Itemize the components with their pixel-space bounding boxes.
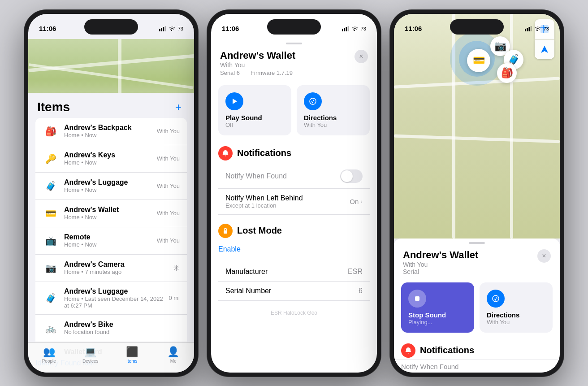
status-icons-3: 73	[525, 26, 549, 31]
devices-icon: 💻	[84, 346, 96, 358]
main-pin[interactable]: 💳	[467, 49, 490, 72]
list-item[interactable]: 🎒 Andrew's Backpack Home • Now With You	[35, 118, 187, 145]
tab-me-label: Me	[170, 359, 177, 364]
battery-icon-1: 73	[178, 26, 183, 31]
map-preview	[28, 39, 194, 93]
item-location: Home • Now	[64, 241, 157, 248]
svg-rect-15	[530, 26, 532, 31]
play-sound-icon	[225, 92, 243, 110]
notifications-list: Notify When Found Notify When Left Behin…	[218, 164, 370, 215]
item-info: Andrew's Keys Home • Now	[64, 151, 157, 166]
stop-sound-card[interactable]: Stop Sound Playing...	[401, 282, 474, 333]
tab-me[interactable]: 👤 Me	[153, 346, 195, 364]
firmware-meta: Firmware 1.7.19	[251, 69, 293, 76]
directions-card-3[interactable]: Directions With You	[480, 282, 553, 333]
directions-icon-wrap	[304, 92, 322, 110]
detail-sheet: Andrew's Wallet With You Serial 6 Firmwa…	[211, 39, 377, 373]
item-emoji-icon: 📺	[43, 234, 58, 248]
notify-found-header: Notify When Found	[225, 169, 363, 183]
item-icon: 📷	[43, 260, 59, 276]
directions-title-3: Directions	[487, 311, 545, 319]
play-sound-card[interactable]: Play Sound Off	[218, 85, 291, 135]
item-location: Home • Now	[64, 214, 157, 221]
location-arrow-icon	[540, 45, 549, 54]
item-location: Home • Now	[64, 186, 157, 193]
svg-marker-8	[233, 99, 237, 104]
lost-mode-title: Lost Mode	[237, 226, 282, 236]
items-header: Items +	[28, 93, 194, 118]
directions-card[interactable]: Directions With You	[297, 85, 370, 135]
pin-backpack[interactable]: 🎒	[497, 63, 517, 83]
item-info: Andrew's Luggage Home • Now	[64, 178, 157, 193]
signal-icon-3	[525, 26, 532, 31]
add-item-button[interactable]: +	[172, 100, 185, 114]
dynamic-island-3	[450, 19, 504, 35]
tab-bar-1: 👥 People 💻 Devices ⬛ Items 👤 Me	[28, 342, 194, 373]
manufacturer-value: ESR	[348, 268, 363, 276]
tab-devices[interactable]: 💻 Devices	[70, 346, 112, 364]
svg-rect-7	[347, 26, 349, 31]
play-icon	[230, 97, 238, 105]
item-icon: 🔑	[43, 151, 59, 167]
stop-icon	[413, 295, 421, 303]
items-list: 🎒 Andrew's Backpack Home • Now With You …	[35, 118, 187, 354]
list-item[interactable]: 🧳 Andrew's Luggage Home • Last seen Dece…	[35, 282, 187, 315]
item-name: Andrew's Luggage	[64, 287, 169, 295]
directions-icon-wrap-3	[487, 290, 505, 308]
tab-people[interactable]: 👥 People	[28, 346, 70, 364]
item-info: Andrew's Luggage Home • Last seen Decemb…	[64, 287, 169, 309]
list-item[interactable]: 📺 Remote Home • Now With You	[35, 227, 187, 255]
stop-sound-sub: Playing...	[408, 319, 467, 325]
action-cards: Play Sound Off Directions With You	[211, 82, 377, 143]
notify-when-left-row[interactable]: Notify When Left Behind Except at 1 loca…	[218, 189, 370, 215]
notify-left-header: Notify When Left Behind Except at 1 loca…	[225, 194, 363, 209]
map-full[interactable]: 💳 📷 🧳 🎒	[394, 14, 560, 239]
serial-number-value: 6	[359, 287, 363, 295]
svg-marker-18	[541, 46, 548, 53]
enable-lost-mode-link[interactable]: Enable	[211, 240, 377, 259]
item-location: No location found	[64, 329, 180, 335]
location-button[interactable]	[535, 39, 554, 59]
item-status: With You	[157, 155, 180, 162]
item-emoji-icon: 🧳	[43, 179, 58, 193]
dynamic-island-1	[84, 19, 138, 35]
notify-found-toggle[interactable]	[340, 169, 363, 183]
item-name: Andrew's Wallet	[64, 206, 157, 214]
signal-icon	[159, 26, 166, 31]
sheet-header-3: Andrew's Wallet With You Serial ×	[394, 247, 560, 279]
wifi-icon	[169, 26, 176, 31]
svg-rect-2	[163, 27, 164, 31]
list-item[interactable]: 💳 Andrew's Wallet Home • Now With You	[35, 200, 187, 227]
item-emoji-icon: 💳	[43, 206, 58, 221]
close-sheet-button-3[interactable]: ×	[537, 249, 551, 263]
list-item[interactable]: 🚲 Andrew's Bike No location found	[35, 315, 187, 342]
status-time-2: 11:06	[222, 25, 239, 32]
svg-rect-5	[344, 28, 345, 31]
item-emoji-icon: 🔑	[43, 152, 58, 166]
manufacturer-row: Manufacturer ESR	[218, 262, 370, 282]
item-status: With You	[157, 210, 180, 217]
status-time-1: 11:06	[39, 25, 56, 32]
list-item[interactable]: 🧳 Andrew's Luggage Home • Now With You	[35, 173, 187, 200]
bottom-sheet-3: Andrew's Wallet With You Serial × Stop S…	[394, 239, 560, 373]
item-name: Andrew's Bike	[64, 321, 180, 329]
tab-items[interactable]: ⬛ Items	[111, 346, 153, 364]
item-info: Andrew's Backpack Home • Now	[64, 124, 157, 139]
loading-spinner: ✳	[173, 263, 180, 273]
notify-left-value-group: On ›	[350, 198, 363, 205]
close-sheet-button[interactable]: ×	[355, 50, 368, 63]
item-name: Andrew's Luggage	[64, 178, 157, 186]
tab-devices-label: Devices	[82, 359, 99, 364]
notify-left-value: On	[350, 198, 359, 205]
play-sound-sub: Off	[225, 121, 284, 128]
notifications-title-3: Notifications	[420, 345, 474, 356]
item-emoji-icon: 🚲	[43, 321, 58, 335]
phone-1: 11:06 73 Items + 🎒	[24, 9, 199, 377]
item-name: Remote	[64, 233, 157, 241]
list-item[interactable]: 🔑 Andrew's Keys Home • Now With You	[35, 145, 187, 173]
wifi-icon-2	[351, 26, 359, 31]
svg-rect-6	[346, 27, 347, 31]
stop-sound-icon-wrap	[408, 290, 426, 308]
item-location: Home • Now	[64, 159, 157, 166]
list-item[interactable]: 📷 Andrew's Camera Home • 7 minutes ago ✳	[35, 255, 187, 282]
